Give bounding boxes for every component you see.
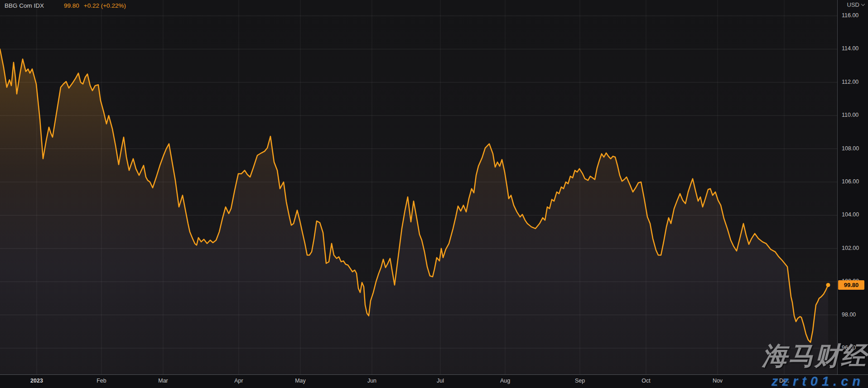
chevron-down-icon [861,2,865,6]
price-tick-114.00: 114.00 [842,45,858,52]
time-tick-Jul: Jul [437,378,444,384]
time-tick-Apr: Apr [234,378,243,384]
currency-label: USD [847,1,859,8]
time-tick-2023: 2023 [30,378,43,384]
last-price-badge: 99.80 [838,280,864,290]
security-header: BBG Com IDX99.80+0.22 (+0.22%) [5,2,126,9]
time-tick-Oct: Oct [641,378,650,384]
currency-dropdown[interactable]: USD [847,1,864,8]
last-price-dot [826,283,830,287]
price-tick-102.00: 102.00 [842,245,859,251]
time-tick-Feb: Feb [96,378,106,384]
time-tick-May: May [295,378,306,384]
price-tick-104.00: 104.00 [842,211,859,218]
price-tick-116.00: 116.00 [842,12,858,19]
price-line-chart [0,0,837,374]
price-tick-108.00: 108.00 [842,145,859,152]
time-tick-Sep: Sep [575,378,585,384]
price-tick-112.00: 112.00 [842,79,858,85]
price-axis: USD 116.00114.00112.00110.00108.00106.00… [837,0,868,374]
time-tick-Nov: Nov [713,378,723,384]
area-fill [0,49,828,374]
security-name: BBG Com IDX [5,2,44,9]
price-change-text: +0.22 (+0.22%) [84,2,126,9]
last-price-text: 99.80 [64,2,79,9]
chart-window: BBG Com IDX99.80+0.22 (+0.22%) USD 116.0… [0,0,868,388]
time-tick-Mar: Mar [158,378,168,384]
time-axis[interactable]: 2023FebMarAprMayJunJulAugSepOctNovDec [0,374,868,388]
price-tick-110.00: 110.00 [842,112,858,118]
time-tick-Dec: Dec [779,378,789,384]
price-chart-plot-area[interactable] [0,0,837,374]
price-tick-106.00: 106.00 [842,178,859,185]
price-tick-98.00: 98.00 [842,311,856,318]
time-tick-Aug: Aug [500,378,510,384]
price-tick-96.00: 96.00 [842,345,856,351]
time-tick-Jun: Jun [367,378,376,384]
